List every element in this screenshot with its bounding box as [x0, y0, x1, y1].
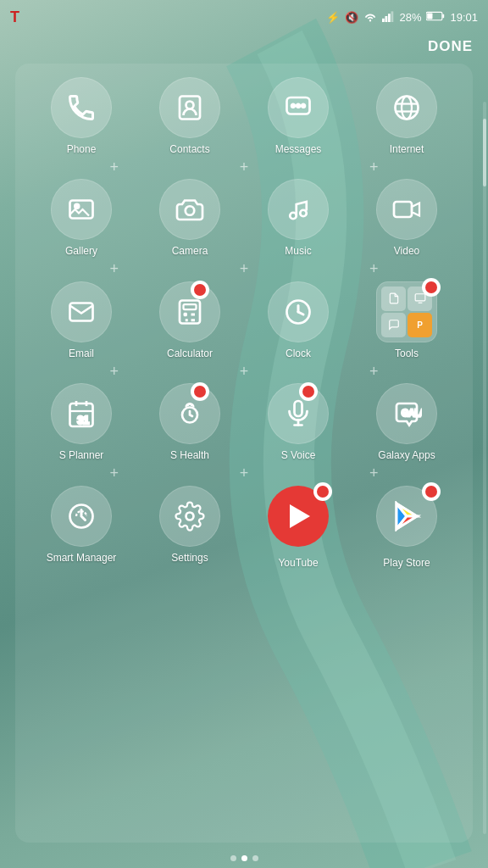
app-settings[interactable]: Settings	[143, 486, 236, 564]
svg-rect-22	[394, 202, 412, 217]
gallery-label: Gallery	[65, 245, 97, 257]
messages-label: Messages	[275, 143, 322, 155]
internet-label: Internet	[390, 143, 424, 155]
contacts-label: Contacts	[169, 143, 209, 155]
app-splanner[interactable]: 31 S Planner	[35, 383, 128, 461]
calculator-icon-circle	[159, 281, 220, 342]
svg-rect-5	[443, 14, 445, 18]
app-internet[interactable]: Internet	[360, 77, 453, 155]
shealth-icon-circle	[159, 383, 220, 444]
app-row-1: Phone Contacts Messages Internet	[24, 77, 464, 155]
app-contacts[interactable]: Contacts	[143, 77, 236, 155]
video-label: Video	[394, 245, 419, 257]
signal-icon	[382, 10, 394, 25]
app-calculator[interactable]: Calculator	[143, 281, 236, 359]
scrollbar-thumb	[483, 119, 486, 186]
clock-label: Clock	[286, 348, 311, 359]
app-row-3: Email Calculator Clock	[24, 281, 464, 359]
svg-point-49	[186, 512, 194, 520]
row-sep-2: + + +	[24, 258, 464, 281]
playstore-label: Play Store	[383, 557, 430, 569]
svg-rect-44	[295, 401, 302, 416]
svoice-label: S Voice	[281, 449, 316, 461]
svg-rect-7	[180, 97, 200, 120]
remove-playstore-badge[interactable]	[422, 482, 441, 501]
app-video[interactable]: Video	[360, 179, 453, 257]
app-svoice[interactable]: S Voice	[252, 383, 345, 461]
phone-label: Phone	[67, 143, 97, 155]
app-row-5: Smart Manager Settings YouTube	[24, 486, 464, 569]
svg-rect-25	[184, 304, 197, 309]
scrollbar	[483, 102, 486, 834]
svg-point-21	[300, 210, 307, 217]
bluetooth-icon: ⚡	[326, 11, 340, 24]
remove-tools-badge[interactable]	[422, 278, 441, 297]
app-music[interactable]: Music	[252, 179, 345, 257]
app-smartmanager[interactable]: Smart Manager	[35, 486, 128, 564]
app-email[interactable]: Email	[35, 281, 128, 359]
camera-label: Camera	[172, 245, 208, 257]
row-sep-3: + + +	[24, 359, 464, 383]
gallery-icon-circle	[51, 179, 112, 240]
svg-rect-6	[428, 13, 433, 19]
smartmanager-icon-circle	[51, 486, 112, 547]
youtube-label: YouTube	[278, 557, 318, 569]
remove-shealth-badge[interactable]	[191, 382, 209, 401]
phone-icon-circle	[51, 77, 112, 138]
app-gallery[interactable]: Gallery	[35, 179, 128, 257]
app-grid: Phone Contacts Messages Internet + + +	[15, 64, 473, 843]
remove-svoice-badge[interactable]	[299, 382, 318, 401]
page-dots	[0, 855, 488, 861]
svg-point-11	[297, 104, 300, 108]
music-icon-circle	[268, 179, 329, 240]
svg-rect-2	[388, 14, 391, 22]
svg-rect-3	[391, 11, 394, 22]
svg-text:GALAXY: GALAXY	[402, 408, 422, 418]
video-icon-circle	[376, 179, 437, 240]
app-camera[interactable]: Camera	[143, 179, 236, 257]
app-playstore[interactable]: Play Store	[360, 486, 453, 569]
app-youtube[interactable]: YouTube	[252, 486, 345, 569]
splanner-icon-circle: 31	[51, 383, 112, 444]
app-phone[interactable]: Phone	[35, 77, 128, 155]
svg-rect-34	[415, 294, 425, 301]
remove-youtube-badge[interactable]	[313, 482, 332, 501]
shealth-label: S Health	[170, 449, 209, 461]
app-row-4: 31 S Planner S Health S Voice	[24, 383, 464, 461]
wifi-icon	[363, 10, 377, 25]
contacts-icon-circle	[159, 77, 220, 138]
carrier-indicator: T	[10, 8, 19, 26]
app-row-2: Gallery Camera Music Video	[24, 179, 464, 257]
status-icons: ⚡ 🔇 28% 19:01	[326, 10, 478, 25]
svg-point-13	[396, 97, 419, 120]
dot-1	[230, 855, 236, 861]
galaxyapps-label: Galaxy Apps	[378, 449, 435, 461]
internet-icon-circle	[376, 77, 437, 138]
app-shealth[interactable]: S Health	[143, 383, 236, 461]
row-sep-1: + + +	[24, 155, 464, 179]
app-tools[interactable]: P Tools	[360, 281, 453, 359]
galaxyapps-icon-circle: GALAXY	[376, 383, 437, 444]
email-icon-circle	[51, 281, 112, 342]
time-display: 19:01	[450, 11, 478, 24]
email-label: Email	[69, 348, 94, 359]
camera-icon-circle	[159, 179, 220, 240]
battery-text: 28%	[399, 11, 421, 24]
svg-line-33	[298, 312, 303, 314]
mute-icon: 🔇	[345, 11, 358, 24]
splanner-label: S Planner	[59, 449, 104, 461]
smartmanager-label: Smart Manager	[47, 552, 117, 564]
remove-calculator-badge[interactable]	[191, 281, 209, 299]
app-galaxyapps[interactable]: GALAXY Galaxy Apps	[360, 383, 453, 461]
svg-text:31: 31	[78, 415, 90, 426]
settings-icon-circle	[159, 486, 220, 547]
app-messages[interactable]: Messages	[252, 77, 345, 155]
svg-point-18	[75, 204, 80, 209]
tools-label: Tools	[395, 348, 419, 359]
svg-point-14	[402, 97, 412, 120]
dot-2	[241, 855, 247, 861]
done-button[interactable]: DONE	[428, 38, 473, 55]
svg-point-10	[291, 104, 295, 108]
app-clock[interactable]: Clock	[252, 281, 345, 359]
svg-rect-0	[382, 18, 385, 21]
